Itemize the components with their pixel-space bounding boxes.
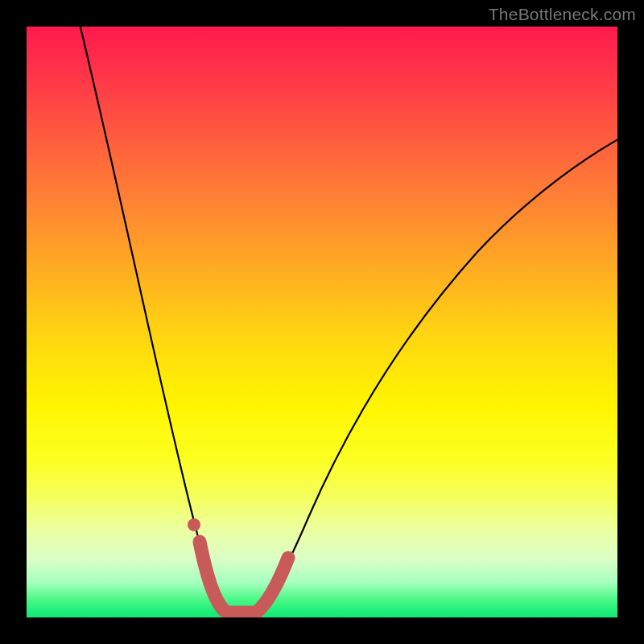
- curve-layer: [27, 27, 617, 617]
- highlight-segment: [200, 542, 288, 613]
- watermark-text: TheBottleneck.com: [489, 5, 636, 24]
- highlight-dot: [188, 518, 200, 531]
- bottleneck-curve: [76, 27, 617, 613]
- plot-area: [27, 27, 617, 617]
- chart-frame: TheBottleneck.com: [0, 0, 644, 644]
